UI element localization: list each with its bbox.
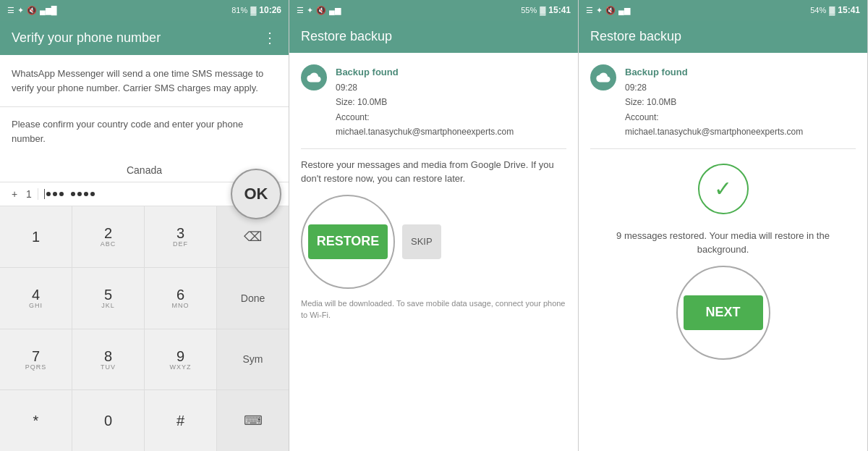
plus-sign: +	[12, 188, 17, 200]
dial-key-4[interactable]: 4 GHI	[0, 268, 72, 329]
next-circle: NEXT	[676, 266, 770, 360]
dial-alpha-3: DEF	[173, 240, 188, 248]
signal-percent: 81%	[231, 6, 247, 14]
title-bar-1: Verify your phone number ⋮	[0, 20, 289, 55]
dial-key-7[interactable]: 7 PQRS	[0, 329, 72, 390]
dial-key-6[interactable]: 6 MNO	[145, 268, 216, 329]
checkmark-icon: ✓	[714, 176, 732, 201]
title-bar-3: Restore backup	[579, 20, 867, 53]
dial-key-sym[interactable]: Sym	[217, 329, 289, 390]
backup-found-2: Backup found	[625, 64, 803, 80]
restore-button[interactable]: RESTORE	[308, 224, 388, 259]
ok-label: OK	[244, 185, 268, 203]
dial-key-star[interactable]: *	[0, 390, 72, 451]
dial-alpha-4: GHI	[29, 302, 43, 309]
backup-size-2: Size: 10.0MB	[625, 95, 803, 109]
bluetooth-icon-2: ✦	[307, 6, 313, 15]
backup-account-label-1: Account:	[336, 110, 514, 125]
status-bar-1: ☰ ✦ 🔇 ▄▆█ 81% ▓ 10:26	[0, 0, 289, 20]
dial-num-hash: #	[176, 413, 184, 429]
menu-dots-icon[interactable]: ⋮	[263, 29, 277, 46]
backup-email-1: michael.tanasychuk@smartphoneexperts.com	[336, 125, 514, 139]
notification-icon-3: ☰	[586, 6, 593, 15]
dial-key-8[interactable]: 8 TUV	[72, 329, 144, 390]
sound-icon-2: 🔇	[316, 6, 326, 15]
phone-input-row: + 1 OK	[0, 182, 289, 206]
dial-alpha-2: ABC	[101, 240, 116, 248]
notification-icon: ☰	[7, 6, 14, 15]
page-title-2: Restore backup	[301, 29, 392, 44]
dot-4	[71, 192, 75, 196]
dial-key-5[interactable]: 5 JKL	[72, 268, 144, 329]
checkmark-circle: ✓	[698, 164, 749, 214]
cloud-svg-1	[307, 72, 321, 83]
dial-num-0: 0	[104, 413, 112, 429]
backup-found-1: Backup found	[336, 64, 514, 80]
dial-key-9[interactable]: 9 WXYZ	[145, 329, 216, 390]
dial-num-star: *	[33, 413, 39, 429]
battery-icon-2: ▓	[540, 6, 545, 14]
dial-num-9: 9	[176, 348, 184, 365]
dial-sym-label: Sym	[243, 353, 263, 365]
dial-key-done[interactable]: Done	[217, 268, 289, 329]
country-code: 1	[20, 188, 32, 200]
backup-info-1: Backup found 09:28 Size: 10.0MB Account:…	[301, 64, 566, 140]
status-bar-2: ☰ ✦ 🔇 ▄▆ 55% ▓ 15:41	[289, 0, 578, 20]
signal-percent-3: 54%	[810, 6, 826, 14]
title-bar-2: Restore backup	[289, 20, 578, 53]
dial-alpha-6: MNO	[172, 302, 190, 309]
cloud-icon-2	[590, 64, 616, 90]
cloud-icon-1	[301, 64, 327, 90]
sound-icon: 🔇	[27, 6, 37, 15]
signal-percent-2: 55%	[521, 6, 537, 14]
dot-2	[53, 192, 57, 196]
restore-btn-wrapper: RESTORE SKIP	[301, 195, 566, 289]
dial-key-2[interactable]: 2 ABC	[72, 206, 144, 267]
restore-label: RESTORE	[317, 234, 380, 249]
dialpad: 1 2 ABC 3 DEF ⌫ 4 GHI 5 JKL	[0, 206, 289, 451]
sound-icon-3: 🔇	[605, 6, 616, 15]
restore-content-2: Backup found 09:28 Size: 10.0MB Account:…	[579, 53, 867, 451]
time-1: 10:26	[259, 5, 281, 15]
bluetooth-icon: ✦	[17, 6, 24, 15]
dot-7	[90, 192, 95, 196]
dial-alpha-7: PQRS	[25, 363, 47, 371]
dot-3	[59, 192, 64, 196]
ok-button[interactable]: OK	[231, 169, 281, 219]
dial-alpha-8: TUV	[101, 363, 116, 371]
dial-key-0[interactable]: 0	[72, 390, 144, 451]
dial-num-6: 6	[176, 287, 184, 303]
skip-button[interactable]: SKIP	[402, 224, 441, 259]
cursor	[44, 189, 45, 199]
divider-1	[301, 148, 566, 149]
dial-key-1[interactable]: 1	[0, 206, 72, 267]
keyboard-icon: ⌨	[244, 413, 263, 429]
dial-alpha-9: WXYZ	[170, 363, 192, 371]
backup-time-2: 09:28	[625, 80, 803, 95]
backup-email-2: michael.tanasychuk@smartphoneexperts.com	[625, 125, 803, 139]
dial-key-keyboard[interactable]: ⌨	[217, 390, 289, 451]
confirm-text-box: Please confirm your country code and ent…	[0, 107, 289, 156]
dial-key-3[interactable]: 3 DEF	[145, 206, 216, 267]
backup-size-1: Size: 10.0MB	[336, 95, 514, 109]
next-button[interactable]: NEXT	[684, 295, 763, 330]
notification-icon-2: ☰	[297, 6, 304, 15]
backup-time-1: 09:28	[336, 80, 514, 95]
signal-icon: ▄▆█	[40, 6, 57, 15]
skip-label: SKIP	[411, 236, 433, 247]
info-text: WhatsApp Messenger will send a one time …	[12, 68, 263, 93]
dial-num-7: 7	[32, 348, 40, 365]
restore-msg-text-1: Restore your messages and media from Goo…	[301, 159, 554, 185]
dial-num-8: 8	[104, 348, 112, 365]
backspace-icon: ⌫	[244, 229, 262, 245]
page-title-1: Verify your phone number	[12, 30, 161, 46]
media-note-1: Media will be downloaded. To save mobile…	[301, 298, 566, 321]
status-right-icons-2: 55% ▓ 15:41	[521, 5, 571, 15]
restored-message: 9 messages restored. Your media will res…	[590, 229, 856, 257]
restore-message-1: Restore your messages and media from Goo…	[301, 158, 566, 186]
status-left-icons: ☰ ✦ 🔇 ▄▆█	[7, 6, 57, 15]
next-label: NEXT	[705, 305, 740, 320]
media-note-text: Media will be downloaded. To save mobile…	[301, 299, 565, 320]
dial-key-hash[interactable]: #	[145, 390, 216, 451]
confirm-text: Please confirm your country code and ent…	[12, 119, 243, 144]
